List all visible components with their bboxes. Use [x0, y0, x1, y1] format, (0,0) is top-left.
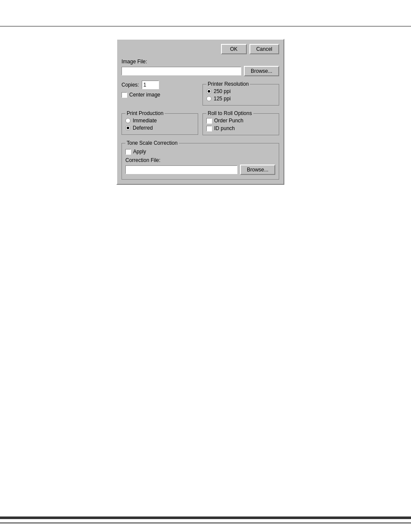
- image-file-browse-button[interactable]: Browse...: [244, 66, 279, 76]
- print-production-col: Print Production Immediate Deferred: [121, 110, 198, 135]
- correction-file-label: Correction File:: [125, 157, 275, 163]
- resolution-250-radio[interactable]: [206, 89, 212, 94]
- roll-to-roll-col: Roll to Roll Options Order Punch ID punc…: [202, 110, 279, 135]
- mid-section: Copies: Center image Printer Resolution …: [121, 81, 279, 106]
- immediate-row: Immediate: [125, 118, 194, 124]
- copies-input[interactable]: [142, 81, 159, 89]
- production-options-section: Print Production Immediate Deferred Roll…: [121, 110, 279, 135]
- resolution-250-label: 250 ppi: [214, 88, 230, 94]
- printer-resolution-title: Printer Resolution: [206, 81, 250, 87]
- resolution-125-radio[interactable]: [206, 96, 212, 101]
- id-punch-checkbox[interactable]: [206, 126, 212, 131]
- ok-button[interactable]: OK: [221, 44, 247, 54]
- image-file-section: Image File: Browse...: [121, 59, 279, 76]
- correction-file-section: Correction File: Browse...: [125, 157, 275, 175]
- image-file-row: Browse...: [121, 66, 279, 76]
- id-punch-label: ID punch: [214, 125, 235, 131]
- order-punch-row: Order Punch: [206, 118, 275, 124]
- correction-file-row: Browse...: [125, 165, 275, 175]
- deferred-radio[interactable]: [125, 125, 131, 131]
- resolution-125-label: 125 ppi: [214, 96, 230, 102]
- roll-to-roll-groupbox: Roll to Roll Options Order Punch ID punc…: [202, 113, 279, 135]
- resolution-125-row: 125 ppi: [206, 96, 275, 102]
- immediate-radio[interactable]: [125, 118, 131, 123]
- bottom-border: [0, 516, 411, 519]
- deferred-label: Deferred: [133, 125, 153, 131]
- center-image-row: Center image: [121, 92, 198, 98]
- printer-resolution-col: Printer Resolution 250 ppi 125 ppi: [202, 81, 279, 106]
- copies-label: Copies:: [121, 82, 139, 88]
- print-production-groupbox: Print Production Immediate Deferred: [121, 113, 198, 135]
- tone-scale-section: Tone Scale Correction Apply Correction F…: [121, 141, 279, 180]
- id-punch-row: ID punch: [206, 125, 275, 131]
- image-file-label: Image File:: [121, 59, 279, 65]
- top-border: [0, 26, 411, 27]
- apply-checkbox[interactable]: [125, 149, 131, 155]
- apply-row: Apply: [125, 149, 275, 155]
- order-punch-checkbox[interactable]: [206, 118, 212, 124]
- tone-scale-title: Tone Scale Correction: [125, 140, 179, 146]
- top-button-row: OK Cancel: [121, 44, 279, 54]
- resolution-250-row: 250 ppi: [206, 88, 275, 94]
- tone-scale-groupbox: Tone Scale Correction Apply Correction F…: [121, 143, 279, 180]
- cancel-button[interactable]: Cancel: [249, 44, 279, 54]
- image-file-input[interactable]: [121, 67, 241, 75]
- correction-file-browse-button[interactable]: Browse...: [240, 165, 275, 175]
- dialog-content: OK Cancel Image File: Browse... Copies:: [121, 44, 279, 180]
- bottom-border2: [0, 523, 411, 523]
- apply-label: Apply: [133, 149, 146, 155]
- center-image-label: Center image: [129, 92, 160, 98]
- roll-to-roll-title: Roll to Roll Options: [206, 110, 253, 116]
- center-image-checkbox[interactable]: [121, 92, 127, 98]
- immediate-label: Immediate: [133, 118, 157, 124]
- order-punch-label: Order Punch: [214, 118, 243, 124]
- left-column: Copies: Center image: [121, 81, 198, 106]
- deferred-row: Deferred: [125, 125, 194, 131]
- dialog-window: OK Cancel Image File: Browse... Copies:: [116, 39, 284, 185]
- correction-file-input[interactable]: [125, 165, 237, 174]
- print-production-title: Print Production: [125, 110, 165, 116]
- copies-row: Copies:: [121, 81, 198, 89]
- printer-resolution-groupbox: Printer Resolution 250 ppi 125 ppi: [202, 84, 279, 106]
